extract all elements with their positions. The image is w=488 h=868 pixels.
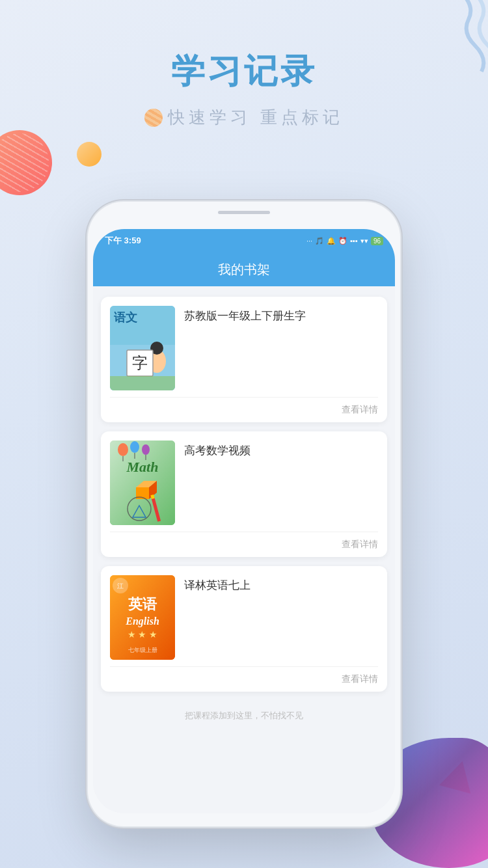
view-detail-2[interactable]: 查看详情 bbox=[101, 532, 387, 557]
book-cover-english: 江 英语 English ★ ★ ★ 七年级上册 bbox=[110, 575, 175, 660]
view-detail-1[interactable]: 查看详情 bbox=[101, 398, 387, 422]
dot-icon: ··· bbox=[306, 237, 312, 245]
book-card-3: 江 英语 English ★ ★ ★ 七年级上册 译林英 bbox=[101, 566, 387, 692]
book-card-3-top: 江 英语 English ★ ★ ★ 七年级上册 译林英 bbox=[101, 566, 387, 666]
svg-point-9 bbox=[118, 443, 128, 456]
svg-point-11 bbox=[130, 441, 139, 453]
status-bar: 下午 3:59 ··· 🎵 🔔 ⏰ ▪▪▪ ▾▾ 96 bbox=[93, 229, 395, 252]
english-cover-svg: 江 英语 English ★ ★ ★ 七年级上册 bbox=[110, 575, 175, 660]
svg-point-13 bbox=[142, 444, 150, 455]
phone-screen: 下午 3:59 ··· 🎵 🔔 ⏰ ▪▪▪ ▾▾ 96 我的书架 bbox=[93, 229, 395, 813]
book-card-2: Math bbox=[101, 431, 387, 557]
svg-text:★ ★ ★: ★ ★ ★ bbox=[128, 629, 158, 640]
content-area[interactable]: 语文 字 苏教版一年级上下册生字 bbox=[93, 286, 395, 813]
svg-rect-7 bbox=[110, 376, 175, 390]
svg-text:江: 江 bbox=[117, 582, 124, 590]
svg-text:Math: Math bbox=[126, 459, 159, 475]
math-cover-svg: Math bbox=[110, 441, 175, 525]
signal-icon: ▪▪▪ bbox=[350, 237, 358, 245]
sub-title: 快速学习 重点标记 bbox=[0, 106, 488, 129]
svg-text:七年级上册: 七年级上册 bbox=[128, 647, 157, 653]
phone-mockup: 下午 3:59 ··· 🎵 🔔 ⏰ ▪▪▪ ▾▾ 96 我的书架 bbox=[88, 202, 400, 826]
battery-icon: 96 bbox=[371, 237, 383, 245]
wifi-icon: ▾▾ bbox=[360, 237, 368, 245]
headphone-icon: 🎵 bbox=[315, 237, 324, 245]
book-cover-chinese: 语文 字 bbox=[110, 306, 175, 390]
deco-left-ball bbox=[0, 130, 52, 195]
app-bar-title: 我的书架 bbox=[218, 261, 270, 278]
cn-cover-inner: 语文 字 bbox=[110, 306, 175, 390]
sub-title-text: 快速学习 重点标记 bbox=[168, 106, 343, 129]
deco-top-right bbox=[410, 0, 488, 78]
bottom-hint: 把课程添加到这里，不怕找不见 bbox=[101, 701, 387, 727]
book-title-2: 高考数学视频 bbox=[184, 441, 378, 459]
svg-text:语文: 语文 bbox=[114, 311, 137, 324]
book-title-3: 译林英语七上 bbox=[184, 575, 378, 593]
svg-text:字: 字 bbox=[132, 355, 148, 372]
status-icons: ··· 🎵 🔔 ⏰ ▪▪▪ ▾▾ 96 bbox=[306, 237, 383, 245]
sub-deco-ball bbox=[144, 109, 163, 127]
deco-small-ball bbox=[77, 142, 102, 167]
app-bar: 我的书架 bbox=[93, 252, 395, 286]
phone-shell: 下午 3:59 ··· 🎵 🔔 ⏰ ▪▪▪ ▾▾ 96 我的书架 bbox=[88, 202, 400, 826]
svg-text:英语: 英语 bbox=[128, 596, 157, 612]
bell-icon: 🔔 bbox=[327, 237, 336, 245]
phone-notch bbox=[218, 211, 270, 214]
book-card-1: 语文 字 苏教版一年级上下册生字 bbox=[101, 297, 387, 422]
status-time: 下午 3:59 bbox=[105, 235, 141, 247]
book-cover-math: Math bbox=[110, 441, 175, 525]
book-title-1: 苏教版一年级上下册生字 bbox=[184, 306, 378, 324]
book-card-2-top: Math bbox=[101, 431, 387, 532]
view-detail-3[interactable]: 查看详情 bbox=[101, 667, 387, 692]
book-card-1-top: 语文 字 苏教版一年级上下册生字 bbox=[101, 297, 387, 397]
clock-icon: ⏰ bbox=[338, 237, 347, 245]
svg-text:English: English bbox=[125, 616, 159, 627]
